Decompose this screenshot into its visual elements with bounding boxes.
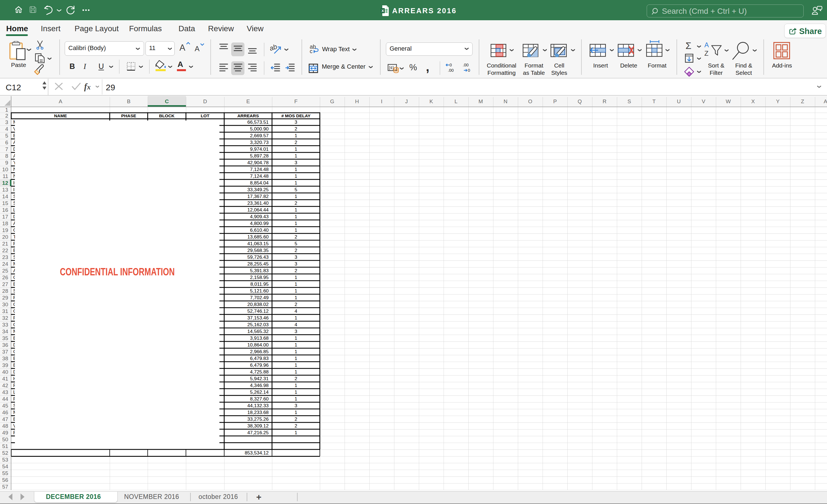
svg-text:13: 13 [2, 187, 8, 193]
svg-text:1: 1 [294, 383, 297, 388]
svg-text:37: 37 [2, 349, 8, 355]
svg-text:7,124.48: 7,124.48 [250, 167, 269, 172]
svg-text:5,000.90: 5,000.90 [250, 126, 269, 132]
svg-text:1: 1 [294, 282, 297, 287]
svg-text:23: 23 [2, 254, 8, 260]
svg-text:22: 22 [2, 248, 8, 253]
svg-text:1: 1 [5, 107, 8, 113]
svg-text:8,011.95: 8,011.95 [250, 282, 269, 287]
svg-text:55: 55 [2, 470, 8, 476]
svg-text:LOT: LOT [201, 113, 210, 118]
svg-text:.00: .00 [448, 68, 454, 72]
svg-text:3: 3 [294, 261, 297, 267]
svg-text:2: 2 [294, 248, 297, 253]
svg-text:1: 1 [294, 336, 297, 341]
svg-text:12,064.44: 12,064.44 [247, 207, 269, 213]
svg-text:.00: .00 [463, 62, 469, 67]
svg-text:29: 29 [2, 295, 8, 301]
svg-text:[¢]: [¢] [389, 65, 394, 70]
svg-text:28,255.45: 28,255.45 [247, 261, 269, 267]
svg-text:1: 1 [294, 153, 297, 159]
svg-text:1: 1 [294, 214, 297, 219]
svg-text:1: 1 [294, 147, 297, 152]
svg-text:V: V [702, 98, 706, 104]
svg-text:E: E [246, 98, 250, 104]
svg-text:37,153.46: 37,153.46 [247, 315, 269, 321]
svg-text:L: L [454, 98, 458, 104]
svg-text:49: 49 [2, 430, 8, 436]
svg-text:3: 3 [294, 255, 297, 260]
svg-text:2: 2 [294, 268, 297, 273]
svg-text:Z: Z [801, 98, 804, 104]
svg-text:44,132.33: 44,132.33 [247, 403, 269, 408]
svg-text:1: 1 [294, 228, 297, 233]
svg-text:BLOCK: BLOCK [159, 113, 175, 118]
svg-text:8,854.04: 8,854.04 [250, 180, 269, 186]
svg-text:10: 10 [2, 166, 8, 172]
svg-text:28: 28 [2, 288, 8, 294]
svg-text:8: 8 [5, 153, 8, 159]
svg-text:1: 1 [294, 430, 297, 435]
svg-text:51: 51 [2, 443, 8, 449]
svg-text:52: 52 [2, 450, 8, 456]
svg-text:J: J [405, 98, 408, 104]
svg-text:2,966.85: 2,966.85 [250, 349, 269, 354]
svg-text:48: 48 [2, 423, 8, 429]
svg-text:20: 20 [2, 234, 8, 240]
svg-text:T: T [652, 98, 656, 104]
svg-text:4,346.98: 4,346.98 [250, 383, 269, 388]
svg-text:52,746.12: 52,746.12 [247, 308, 269, 314]
svg-text:2: 2 [294, 302, 297, 307]
svg-text:47: 47 [2, 416, 8, 422]
svg-text:4,909.43: 4,909.43 [250, 214, 269, 219]
svg-text:1: 1 [294, 173, 297, 179]
svg-text:5,391.83: 5,391.83 [250, 268, 269, 273]
svg-text:2,158.95: 2,158.95 [250, 275, 269, 280]
svg-text:25,162.03: 25,162.03 [247, 322, 269, 327]
svg-text:6,610.40: 6,610.40 [250, 228, 269, 233]
svg-text:38: 38 [2, 355, 8, 361]
svg-text:56: 56 [2, 477, 8, 483]
svg-text:34: 34 [2, 329, 8, 335]
svg-text:42: 42 [2, 383, 8, 389]
svg-text:D: D [203, 98, 207, 104]
svg-text:66,573.51: 66,573.51 [247, 119, 269, 125]
svg-text:36: 36 [2, 342, 8, 348]
svg-text:4,725.88: 4,725.88 [250, 369, 269, 374]
svg-text:G: G [330, 98, 334, 104]
svg-text:24: 24 [2, 261, 8, 267]
svg-text:Y: Y [776, 98, 780, 104]
svg-text:32: 32 [2, 315, 8, 321]
svg-text:4,800.99: 4,800.99 [250, 221, 269, 226]
svg-text:14,565.32: 14,565.32 [247, 329, 269, 334]
svg-text:1: 1 [294, 315, 297, 321]
svg-text:2: 2 [294, 234, 297, 240]
svg-text:5: 5 [5, 133, 8, 139]
svg-text:33,275.26: 33,275.26 [247, 416, 269, 422]
svg-text:59,726.43: 59,726.43 [247, 255, 269, 260]
svg-text:26: 26 [2, 274, 8, 281]
svg-text:50: 50 [2, 437, 8, 442]
svg-text:5,942.31: 5,942.31 [250, 376, 269, 382]
svg-text:7: 7 [5, 146, 8, 152]
svg-text:40: 40 [2, 369, 8, 375]
svg-text:25: 25 [2, 268, 8, 274]
svg-text:5,262.14: 5,262.14 [250, 390, 269, 395]
svg-text:c: c [310, 48, 312, 54]
svg-text:X: X [381, 9, 384, 13]
svg-text:1: 1 [294, 207, 297, 213]
svg-text:1: 1 [294, 275, 297, 280]
svg-text:PHASE: PHASE [121, 113, 136, 118]
svg-text:54: 54 [2, 463, 8, 469]
svg-text:7,702.49: 7,702.49 [250, 295, 269, 300]
svg-text:1: 1 [294, 342, 297, 348]
svg-text:11: 11 [3, 173, 8, 179]
svg-text:45: 45 [2, 403, 8, 409]
svg-text:43: 43 [2, 389, 8, 395]
svg-text:1: 1 [294, 396, 297, 402]
svg-text:2: 2 [294, 201, 297, 206]
svg-text:33: 33 [2, 322, 8, 327]
svg-text:47,216.25: 47,216.25 [247, 430, 269, 435]
svg-text:1: 1 [294, 369, 297, 374]
svg-text:42,904.78: 42,904.78 [247, 160, 269, 165]
